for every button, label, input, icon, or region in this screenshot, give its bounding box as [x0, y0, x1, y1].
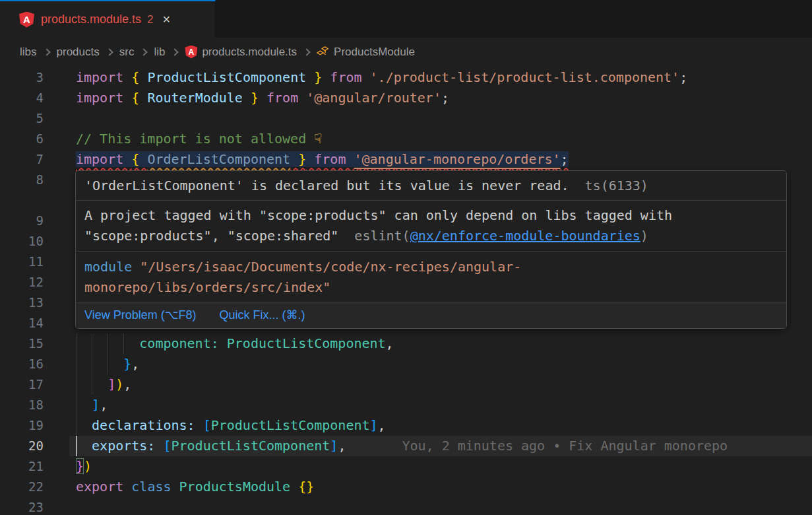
breadcrumb: libs products src lib A products.module.…	[0, 38, 812, 66]
code-text: exports: [ProductListComponent],	[76, 438, 346, 454]
code-token: ;	[441, 90, 449, 106]
code-token: './product-list/product-list.component'	[370, 69, 680, 85]
breadcrumb-item-libs[interactable]: libs	[20, 46, 37, 59]
indent-guide	[92, 333, 92, 354]
line-content[interactable]	[76, 108, 812, 129]
line-number[interactable]: 18	[0, 395, 44, 415]
line-number[interactable]: 8	[0, 170, 44, 190]
line-content[interactable]: import { OrderListComponent } from '@ang…	[76, 149, 812, 170]
line-number[interactable]: 9	[0, 211, 44, 231]
line-number[interactable]: 15	[0, 333, 44, 354]
line-number[interactable]: 4	[0, 88, 44, 108]
active-indent-guide	[76, 436, 77, 456]
line-number[interactable]: 23	[0, 497, 44, 515]
line-content[interactable]: exports: [ProductListComponent],You, 2 m…	[76, 436, 812, 456]
line-number[interactable]: 14	[0, 313, 44, 333]
code-token: ]	[330, 438, 338, 454]
indent-guide	[123, 333, 124, 354]
breadcrumb-item-file[interactable]: A products.module.ts	[185, 46, 297, 59]
eslint-rule-link[interactable]: @nx/enforce-module-boundaries	[410, 228, 640, 244]
code-text: })	[76, 458, 92, 474]
line-number[interactable]: 20	[0, 436, 44, 456]
eslint-source-open: eslint(	[354, 228, 410, 244]
code-text: declarations: [ProductListComponent],	[76, 417, 386, 433]
line-content[interactable]: })	[76, 456, 812, 477]
code-line-5: 5	[0, 108, 812, 129]
code-line-16: 16 },	[0, 354, 812, 374]
code-token: RouterModule	[147, 90, 243, 106]
line-content[interactable]: import { RouterModule } from '@angular/r…	[76, 88, 812, 108]
line-number[interactable]: 17	[0, 374, 44, 395]
line-content[interactable]: component: ProductListComponent,	[76, 333, 812, 354]
line-content[interactable]: ]),	[76, 374, 812, 395]
code-token: }	[76, 458, 84, 474]
line-number[interactable]: 5	[0, 108, 44, 129]
breadcrumb-item-lib[interactable]: lib	[154, 46, 165, 59]
line-content[interactable]: import { ProductListComponent } from './…	[76, 67, 812, 88]
tab-products-module[interactable]: A products.module.ts 2 ×	[0, 0, 216, 38]
code-token[interactable]: '@angular-monorepo/orders'	[354, 151, 560, 167]
line-number[interactable]: 22	[0, 477, 44, 497]
line-number[interactable]: 7	[0, 149, 44, 170]
code-line-21: 21})	[0, 456, 812, 477]
line-number[interactable]: 11	[0, 252, 44, 272]
code-line-23: 23	[0, 497, 812, 515]
error-squiggle-code-text: import { OrderListComponent } from '@ang…	[76, 151, 569, 167]
code-token: declarations:	[76, 417, 203, 433]
hover-diagnostics-popup: 'OrderListComponent' is declared but its…	[75, 170, 787, 329]
line-content[interactable]: export class ProductsModule {}	[76, 477, 812, 497]
code-token: ]	[370, 417, 378, 433]
code-text: // This import is not allowed ☟	[76, 131, 322, 147]
code-token: {}	[298, 479, 314, 495]
code-token: // This import is not allowed	[76, 131, 314, 147]
code-token: ProductListComponent	[211, 417, 370, 433]
line-content[interactable]	[76, 497, 812, 515]
line-content[interactable]: declarations: [ProductListComponent],	[76, 415, 812, 436]
code-token: ProductsModule	[179, 479, 299, 495]
code-token: exports:	[76, 438, 163, 454]
code-text: ],	[76, 397, 108, 413]
indent-guide	[108, 354, 108, 374]
code-token: )	[115, 376, 123, 392]
code-token: {	[131, 151, 147, 167]
line-number[interactable]: 6	[0, 129, 44, 149]
chevron-right-icon	[303, 48, 310, 55]
module-path-line2: monorepo/libs/orders/src/index"	[84, 277, 778, 298]
line-number[interactable]	[0, 190, 44, 211]
line-number[interactable]: 16	[0, 354, 44, 374]
line-number[interactable]: 12	[0, 272, 44, 292]
line-content[interactable]: },	[76, 354, 812, 374]
view-problem-button[interactable]: View Problem (⌥F8)	[84, 308, 196, 322]
code-line-17: 17 ]),	[0, 374, 812, 395]
breadcrumb-item-src[interactable]: src	[119, 46, 135, 59]
tab-problems-badge: 2	[147, 13, 153, 26]
quick-fix-button[interactable]: Quick Fix... (⌘.)	[219, 308, 305, 322]
code-line-7: 7import { OrderListComponent } from '@an…	[0, 149, 812, 170]
code-token: import	[76, 151, 131, 167]
eslint-message-line1: A project tagged with "scope:products" c…	[84, 205, 778, 226]
line-number[interactable]: 13	[0, 292, 44, 313]
module-info-section: module "/Users/isaac/Documents/code/nx-r…	[76, 252, 786, 303]
line-content[interactable]: // This import is not allowed ☟	[76, 129, 812, 149]
close-icon[interactable]: ×	[163, 12, 171, 27]
chevron-right-icon	[172, 48, 179, 55]
breadcrumb-item-symbol[interactable]: ProductsModule	[317, 46, 415, 59]
chevron-right-icon	[141, 48, 148, 55]
line-number[interactable]: 21	[0, 456, 44, 477]
code-token: }	[290, 151, 306, 167]
code-token: }	[243, 90, 259, 106]
line-number[interactable]: 3	[0, 67, 44, 88]
line-content[interactable]: ],	[76, 395, 812, 415]
breadcrumb-item-products[interactable]: products	[57, 46, 100, 59]
hover-actions-bar: View Problem (⌥F8) Quick Fix... (⌘.)	[76, 303, 786, 328]
git-blame-annotation: You, 2 minutes ago • Fix Angular monorep…	[402, 438, 728, 454]
line-number[interactable]: 10	[0, 231, 44, 252]
code-text: import { RouterModule } from '@angular/r…	[76, 90, 449, 106]
code-line-20: 20 exports: [ProductListComponent],You, …	[0, 436, 812, 456]
code-token: OrderListComponent	[147, 151, 290, 167]
code-token: ;	[561, 151, 569, 167]
code-token: ,	[378, 417, 386, 433]
line-number[interactable]: 19	[0, 415, 44, 436]
code-line-3: 3import { ProductListComponent } from '.…	[0, 67, 812, 88]
code-text: import { ProductListComponent } from './…	[76, 69, 687, 85]
